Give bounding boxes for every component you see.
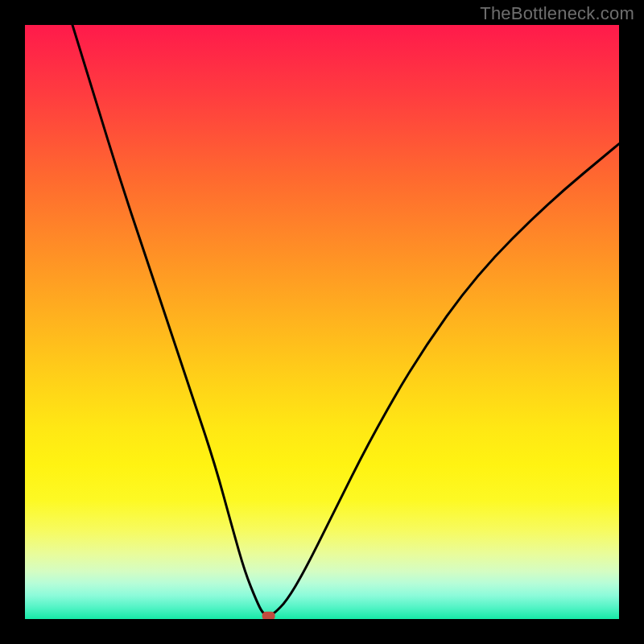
optimum-marker bbox=[262, 612, 275, 619]
plot-area bbox=[25, 25, 619, 619]
watermark-text: TheBottleneck.com bbox=[480, 3, 634, 24]
bottleneck-curve bbox=[72, 25, 619, 615]
chart-frame: TheBottleneck.com bbox=[0, 0, 644, 644]
curve-svg bbox=[25, 25, 619, 619]
